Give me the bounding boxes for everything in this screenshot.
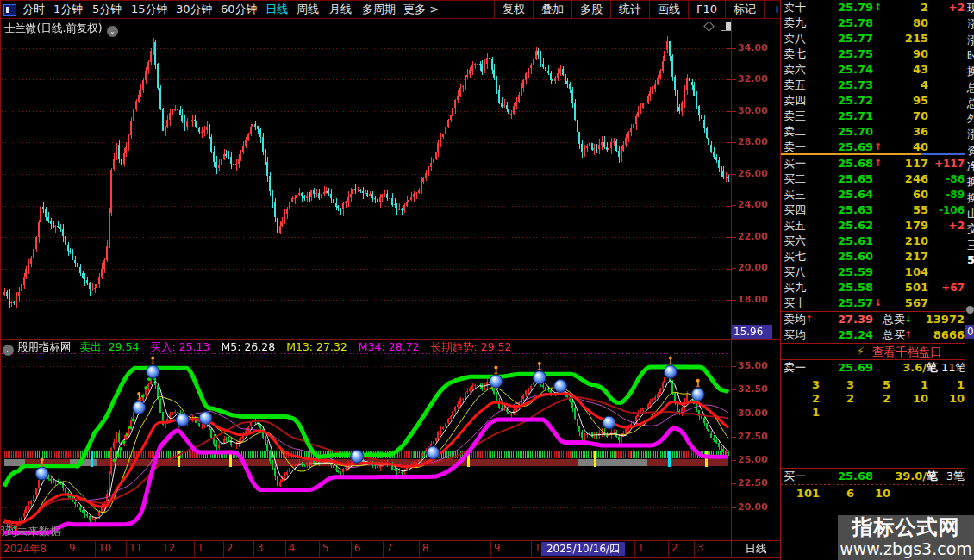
strip-char: 交 — [967, 221, 974, 237]
order-book-row[interactable]: 买三25.6460-89 — [781, 187, 965, 202]
deep-quote-row[interactable]: ⚡ 查看千档盘口 — [781, 344, 965, 359]
time-axis[interactable]: 2024年8910111212345678911232025/10/16/四 — [0, 541, 731, 557]
indicator-chart-canvas[interactable] — [0, 350, 731, 541]
month-separator — [351, 541, 352, 557]
order-price: 25.62 — [807, 218, 873, 233]
menu-item[interactable]: 叠加 — [533, 1, 571, 18]
menu-item[interactable]: 60分钟 — [221, 1, 258, 18]
total-value: 8666 — [910, 327, 965, 343]
queue-volume: 10 — [932, 392, 965, 405]
total-label: 总卖 — [883, 312, 905, 327]
month-label: 3 — [257, 542, 264, 554]
order-change: +2 — [932, 0, 965, 16]
chevron-down-icon[interactable]: ⌄ — [107, 26, 118, 37]
menu-item[interactable]: 5分钟 — [92, 1, 122, 18]
level1-count: 11笔 — [941, 360, 965, 376]
order-book-row[interactable]: 卖四25.7295 — [781, 93, 965, 109]
month-separator — [668, 541, 669, 557]
strip-char: 涨 — [967, 127, 974, 142]
period-cell: 日线 — [732, 541, 780, 557]
order-book-row[interactable]: 买七25.60217 — [781, 249, 965, 264]
order-price: 25.57 — [807, 296, 873, 311]
order-price: 25.63 — [807, 202, 873, 218]
menu-item[interactable]: 30分钟 — [176, 1, 213, 18]
avg-label: 卖均 — [784, 312, 806, 327]
app-window-icon[interactable] — [3, 4, 16, 16]
month-separator — [694, 541, 695, 557]
watermark-title: 指标公式网 — [838, 515, 974, 539]
order-book-row[interactable]: 买二25.65246-86 — [781, 171, 965, 187]
order-book-row[interactable]: 卖三25.7170 — [781, 109, 965, 124]
order-level-label: 卖五 — [784, 78, 806, 93]
axis-tick-mark — [732, 460, 736, 461]
order-book-row[interactable]: 卖八25.77215 — [781, 31, 965, 47]
month-label: 1 — [197, 542, 204, 554]
order-book-row[interactable]: 买八25.59104 — [781, 264, 965, 280]
order-book-row[interactable]: 卖十25.79↕2+2 — [781, 0, 965, 16]
candlestick-chart-canvas[interactable] — [0, 19, 731, 339]
menu-item[interactable]: 多周期 — [362, 1, 396, 18]
panel-divider-line — [0, 339, 780, 340]
strip-char: 现 — [967, 1, 974, 16]
month-label: 3 — [697, 542, 704, 554]
menu-item[interactable]: 标记 — [725, 1, 764, 18]
strip-char: 时 — [967, 48, 974, 64]
strip-char: 涨 — [967, 16, 974, 32]
order-book-panel: 卖十25.79↕2+2卖九25.7880卖八25.77215卖七25.7590卖… — [780, 0, 974, 560]
menu-item[interactable]: F10 — [688, 1, 725, 18]
month-separator — [634, 541, 635, 557]
order-book-row[interactable]: 卖六25.7443 — [781, 62, 965, 78]
order-book-row[interactable]: 卖七25.7590 — [781, 47, 965, 62]
order-book-row[interactable]: 买一25.68↑117+117 — [781, 156, 965, 171]
level1-price: 25.68 — [815, 469, 873, 484]
order-price: 25.68 — [807, 156, 873, 171]
axis-tick-label: 35.00 — [738, 360, 768, 371]
menu-item[interactable]: 周线 — [297, 1, 319, 18]
order-level-label: 买四 — [784, 202, 806, 218]
order-volume: 55 — [880, 202, 928, 218]
future-data-note: 用到未来数据 — [0, 524, 61, 539]
menu-item[interactable]: 15分钟 — [131, 1, 168, 18]
deep-quote-link[interactable]: 查看千档盘口 — [872, 344, 942, 359]
order-level-label: 买九 — [784, 280, 806, 296]
min-price-badge: 15.96 — [732, 325, 772, 339]
queue-volume: 3 — [784, 378, 820, 391]
month-label: 2 — [671, 542, 678, 554]
menu-item[interactable]: 日线 — [265, 1, 288, 18]
queue-row: 101610 — [781, 487, 965, 501]
total-value: 13972 — [910, 312, 965, 327]
menu-item[interactable]: 1分钟 — [53, 1, 83, 18]
chevron-down-icon[interactable]: ⌄ — [3, 345, 14, 356]
order-book-row[interactable]: 买六25.61210 — [781, 233, 965, 249]
order-book-row[interactable]: 买十25.57↓567 — [781, 296, 965, 311]
menu-item[interactable]: 月线 — [329, 1, 352, 18]
menu-item[interactable]: 更多 > — [403, 1, 439, 18]
menu-item[interactable]: 分时 — [22, 1, 45, 18]
queue-volume: 1 — [894, 378, 928, 391]
order-book-row[interactable]: 卖二25.7036 — [781, 124, 965, 140]
menu-item[interactable]: 统计 — [610, 1, 649, 18]
level1-row[interactable]: 买一25.6839.0/笔3笔 — [781, 469, 965, 484]
strip-char: 三 — [967, 238, 974, 253]
trading-terminal-window: 分时1分钟5分钟15分钟30分钟60分钟日线周线月线多周期更多 > 复权叠加多股… — [0, 0, 974, 560]
order-price: 25.74 — [807, 62, 873, 78]
order-change: -106 — [932, 202, 965, 218]
dotted-line — [781, 484, 965, 485]
order-book-row[interactable]: 买九25.58501+67 — [781, 280, 965, 296]
watermark: 指标公式网 www.zbgs3.com — [838, 515, 974, 560]
order-volume: 36 — [880, 124, 928, 140]
axis-tick-mark — [732, 483, 736, 484]
order-level-label: 卖二 — [784, 124, 806, 140]
order-price: 25.64 — [807, 187, 873, 202]
order-book-row[interactable]: 买五25.62179+2 — [781, 218, 965, 233]
axis-tick-mark — [732, 48, 736, 49]
order-book-row[interactable]: 卖五25.734 — [781, 78, 965, 93]
order-book-row[interactable]: 买四25.6355-106 — [781, 202, 965, 218]
axis-tick-label: 25.00 — [738, 454, 768, 465]
menu-item[interactable]: 多股 — [571, 1, 610, 18]
order-book-row[interactable]: 卖九25.7880 — [781, 16, 965, 31]
menu-item[interactable]: 画线 — [649, 1, 688, 18]
month-label: 4 — [289, 542, 296, 554]
level1-row[interactable]: 卖一25.693.6/笔11笔 — [781, 360, 965, 376]
menu-item[interactable]: 复权 — [494, 1, 533, 18]
